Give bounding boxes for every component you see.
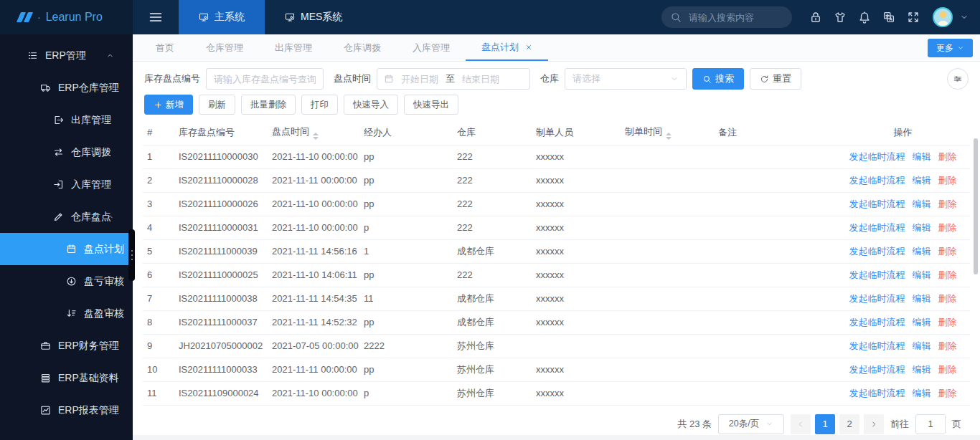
start-flow-link[interactable]: 发起临时流程 — [849, 246, 905, 257]
date-range-picker[interactable]: 至 — [377, 68, 530, 90]
edit-link[interactable]: 编辑 — [913, 293, 931, 304]
sidebar-item-stocktake[interactable]: 仓库盘点 — [0, 201, 133, 233]
user-menu-chevron-icon[interactable] — [960, 13, 969, 21]
start-flow-link[interactable]: 发起临时流程 — [849, 175, 905, 186]
next-page-button[interactable] — [864, 414, 884, 434]
delete-link[interactable]: 删除 — [938, 340, 957, 351]
avatar[interactable] — [933, 7, 953, 27]
delete-link[interactable]: 删除 — [938, 293, 957, 304]
cell-time: 2021-11-10 14:06:11 — [268, 263, 359, 287]
edit-link[interactable]: 编辑 — [913, 222, 931, 233]
shirt-button[interactable] — [828, 11, 852, 24]
page-button-2[interactable]: 2 — [839, 414, 859, 434]
delete-link[interactable]: 删除 — [938, 151, 957, 162]
sort-caret-icon[interactable] — [313, 133, 319, 140]
fullscreen-button[interactable] — [901, 11, 925, 24]
edit-link[interactable]: 编辑 — [913, 340, 931, 351]
column-header-2[interactable]: 盘点时间 — [268, 120, 359, 145]
sidebar-item-erp-manage[interactable]: ERP管理 — [0, 39, 133, 72]
sidebar-item-inbound[interactable]: 入库管理 — [0, 168, 133, 201]
column-header-6[interactable]: 制单时间 — [621, 120, 714, 145]
start-flow-link[interactable]: 发起临时流程 — [849, 364, 905, 375]
edit-link[interactable]: 编辑 — [913, 199, 931, 209]
edit-link[interactable]: 编辑 — [913, 246, 931, 257]
translate-button[interactable] — [877, 11, 901, 24]
close-tab-icon[interactable] — [525, 44, 532, 51]
table-row: 3IS202111100000262021-11-10 00:00:00pp22… — [143, 192, 970, 216]
toolbar-button-5[interactable]: 快速导出 — [404, 95, 458, 115]
tab-5[interactable]: 盘点计划 — [466, 34, 548, 61]
toolbar-button-0[interactable]: 新增 — [144, 95, 193, 115]
toolbar-button-1[interactable]: 刷新 — [199, 95, 235, 115]
system-tab-0[interactable]: 主系统 — [179, 0, 265, 34]
menu-toggle-button[interactable] — [133, 0, 179, 34]
sidebar-item-gain-audit[interactable]: 盘盈审核 — [0, 297, 133, 330]
delete-link[interactable]: 删除 — [938, 388, 957, 398]
system-tab-1[interactable]: MES系统 — [265, 0, 362, 34]
tab-2[interactable]: 出库管理 — [259, 34, 328, 61]
reset-button[interactable]: 重置 — [750, 68, 801, 90]
table-row: 1IS202111100000302021-11-10 00:00:00pp22… — [143, 145, 970, 168]
sidebar-item-erp-finance[interactable]: ERP财务管理 — [0, 330, 133, 362]
sort-caret-icon[interactable] — [666, 133, 672, 140]
start-flow-link[interactable]: 发起临时流程 — [849, 199, 905, 209]
sidebar-item-loss-audit[interactable]: 盘亏审核 — [0, 265, 133, 297]
prev-page-button[interactable] — [791, 414, 811, 434]
tab-4[interactable]: 入库管理 — [397, 34, 466, 61]
export-icon — [53, 115, 64, 125]
tab-0[interactable]: 首页 — [140, 34, 190, 61]
start-flow-link[interactable]: 发起临时流程 — [849, 293, 905, 304]
delete-link[interactable]: 删除 — [938, 246, 957, 257]
delete-link[interactable]: 删除 — [938, 199, 957, 209]
sidebar-item-outbound[interactable]: 出库管理 — [0, 104, 133, 136]
start-flow-link[interactable]: 发起临时流程 — [849, 340, 905, 351]
tab-3[interactable]: 仓库调拨 — [328, 34, 397, 61]
edit-link[interactable]: 编辑 — [913, 175, 931, 186]
delete-link[interactable]: 删除 — [938, 175, 957, 186]
global-search[interactable] — [661, 6, 792, 28]
table-scrollbar-thumb[interactable] — [974, 138, 978, 274]
toolbar-button-4[interactable]: 快速导入 — [344, 95, 398, 115]
cell-remark — [714, 334, 836, 358]
start-date-input[interactable] — [397, 74, 442, 85]
column-settings-button[interactable] — [947, 68, 969, 90]
sidebar-item-label: 盘亏审核 — [84, 275, 124, 288]
sidebar-item-stocktake-plan[interactable]: 盘点计划 — [0, 233, 133, 265]
tab-1[interactable]: 仓库管理 — [190, 34, 259, 61]
start-flow-link[interactable]: 发起临时流程 — [849, 317, 905, 327]
toolbar-button-2[interactable]: 批量删除 — [241, 95, 296, 115]
edit-link[interactable]: 编辑 — [913, 269, 931, 280]
bell-button[interactable] — [852, 11, 877, 24]
start-flow-link[interactable]: 发起临时流程 — [849, 388, 905, 398]
warehouse-select[interactable]: 请选择 — [565, 68, 687, 90]
sidebar-item-erp-report[interactable]: ERP报表管理 — [0, 394, 133, 426]
cell-actions: 发起临时流程编辑删除 — [836, 145, 970, 168]
goto-page-input[interactable] — [915, 414, 946, 434]
search-button[interactable]: 搜索 — [692, 68, 744, 90]
sidebar-resize-handle[interactable] — [128, 229, 135, 281]
edit-link[interactable]: 编辑 — [913, 388, 931, 398]
start-flow-link[interactable]: 发起临时流程 — [849, 222, 905, 233]
delete-link[interactable]: 删除 — [938, 222, 957, 233]
edit-link[interactable]: 编辑 — [913, 317, 931, 327]
edit-link[interactable]: 编辑 — [913, 151, 931, 162]
end-date-input[interactable] — [458, 74, 503, 85]
delete-link[interactable]: 删除 — [938, 269, 957, 280]
delete-link[interactable]: 删除 — [938, 364, 957, 375]
lock-button[interactable] — [804, 11, 828, 24]
cell-operator: pp — [359, 263, 453, 287]
sidebar-item-erp-basedata[interactable]: ERP基础资料 — [0, 362, 133, 394]
page-size-select[interactable]: 20条/页 — [718, 414, 784, 434]
delete-link[interactable]: 删除 — [938, 317, 957, 327]
horizontal-scrollbar[interactable] — [133, 435, 980, 440]
sidebar-item-warehouse-transfer[interactable]: 仓库调拨 — [0, 136, 133, 168]
global-search-input[interactable] — [687, 11, 783, 24]
start-flow-link[interactable]: 发起临时流程 — [849, 151, 905, 162]
start-flow-link[interactable]: 发起临时流程 — [849, 269, 905, 280]
toolbar-button-3[interactable]: 打印 — [301, 95, 338, 115]
edit-link[interactable]: 编辑 — [913, 364, 931, 375]
code-filter-input[interactable] — [206, 68, 324, 90]
page-button-1[interactable]: 1 — [815, 414, 835, 434]
sidebar-item-erp-warehouse[interactable]: ERP仓库管理 — [0, 72, 133, 104]
more-tabs-button[interactable]: 更多 — [928, 39, 973, 57]
